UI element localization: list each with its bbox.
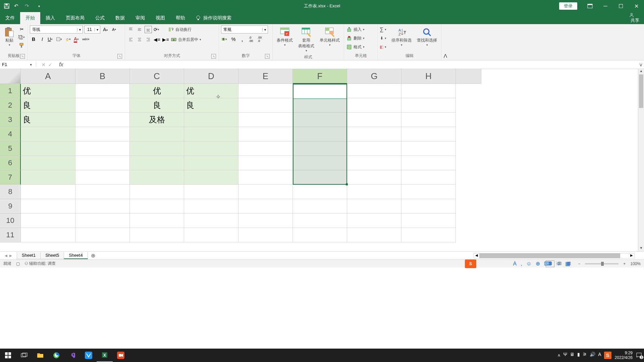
cell-F4[interactable] [293, 127, 347, 141]
ribbon-options-icon[interactable] [582, 0, 598, 12]
cell-F2[interactable] [293, 98, 347, 113]
table-format-button[interactable]: 套用 表格格式▾ [296, 25, 316, 54]
cell-D10[interactable] [184, 214, 238, 228]
cell-F10[interactable] [293, 214, 347, 228]
sheet-tab-Sheet4[interactable]: Sheet4 [64, 252, 88, 259]
tab-file[interactable]: 文件 [0, 12, 20, 24]
notifications-icon[interactable]: 3 [636, 352, 642, 358]
sheet-nav-next-icon[interactable]: ▶ [9, 254, 12, 257]
ime-emoji-icon[interactable]: ☺ [526, 261, 532, 267]
cell-G3[interactable] [347, 113, 401, 127]
tab-page-layout[interactable]: 页面布局 [60, 12, 90, 24]
horizontal-scrollbar[interactable]: ◀ ▶ [474, 253, 635, 258]
cell-A8[interactable] [21, 185, 75, 199]
sort-filter-button[interactable]: AZ 排序和筛选▾ [389, 25, 414, 48]
tab-review[interactable]: 审阅 [130, 12, 150, 24]
cell-G6[interactable] [347, 156, 401, 170]
cell-E7[interactable] [238, 170, 293, 185]
accept-formula-icon[interactable]: ✓ [48, 62, 52, 67]
cell-A11[interactable] [21, 228, 75, 242]
col-header-G[interactable]: G [347, 69, 401, 84]
start-button[interactable] [0, 349, 16, 362]
cell-E8[interactable] [238, 185, 293, 199]
cell-D2[interactable]: 良 [184, 98, 238, 113]
format-cells-button[interactable]: 格式▾ [346, 43, 366, 51]
sheet-tab-Sheet1[interactable]: Sheet1 [17, 252, 41, 259]
save-icon[interactable] [3, 3, 10, 9]
macro-icon[interactable]: ▢ [16, 261, 20, 266]
cell-H11[interactable] [401, 228, 456, 242]
edge-icon[interactable] [48, 349, 64, 362]
align-left-icon[interactable] [127, 36, 135, 43]
merge-center-button[interactable]: a 合并后居中▾ [171, 36, 203, 44]
cell-E1[interactable] [238, 84, 293, 98]
cell-E3[interactable] [238, 113, 293, 127]
find-select-button[interactable]: 查找和选择▾ [415, 25, 439, 48]
italic-icon[interactable]: I [39, 36, 46, 43]
cell-D9[interactable] [184, 199, 238, 214]
cell-A7[interactable] [21, 170, 75, 185]
fx-icon[interactable]: fx [58, 62, 64, 68]
cell-G4[interactable] [347, 127, 401, 141]
wrap-text-button[interactable]: 自动换行 [168, 25, 192, 34]
cell-D7[interactable] [184, 170, 238, 185]
app-blue-icon[interactable] [80, 349, 97, 362]
ime-mic-icon[interactable]: ⊕ [536, 260, 540, 267]
cell-style-button[interactable]: 单元格样式▾ [318, 25, 342, 48]
tray-wifi-icon[interactable]: ⚞ [583, 352, 587, 359]
cell-A3[interactable]: 良 [21, 113, 75, 127]
cell-A6[interactable] [21, 156, 75, 170]
cut-icon[interactable]: ✂ [18, 25, 25, 33]
decrease-indent-icon[interactable]: ◀≡ [153, 36, 161, 43]
accounting-format-icon[interactable]: $▾ [221, 36, 228, 43]
cell-E2[interactable] [238, 98, 293, 113]
increase-font-icon[interactable]: A▴ [102, 26, 109, 33]
percent-icon[interactable]: % [230, 36, 237, 43]
cell-H3[interactable] [401, 113, 456, 127]
cell-C8[interactable] [130, 185, 184, 199]
cell-F1[interactable] [293, 84, 347, 98]
cell-E10[interactable] [238, 214, 293, 228]
cell-B8[interactable] [75, 185, 130, 199]
orientation-icon[interactable]: ⟳▾ [153, 26, 161, 33]
add-sheet-button[interactable]: ⊕ [88, 252, 99, 259]
hscroll-right-icon[interactable]: ▶ [629, 253, 634, 258]
number-launcher-icon[interactable]: ⤡ [265, 54, 270, 59]
cell-C5[interactable] [130, 141, 184, 156]
row-header-2[interactable]: 2 [0, 98, 21, 113]
zoom-out-icon[interactable]: − [578, 261, 580, 266]
row-header-11[interactable]: 11 [0, 228, 21, 242]
tab-view[interactable]: 视图 [150, 12, 170, 24]
expand-formula-bar-icon[interactable]: ⋁ [637, 63, 644, 66]
accessibility-status[interactable]: ⚇ 辅助功能: 调查 [24, 261, 56, 266]
increase-decimal-icon[interactable]: .0.00 [247, 36, 255, 43]
cell-H6[interactable] [401, 156, 456, 170]
cell-D11[interactable] [184, 228, 238, 242]
cell-D3[interactable] [184, 113, 238, 127]
row-header-4[interactable]: 4 [0, 127, 21, 141]
tray-sogou-icon[interactable]: S [604, 352, 611, 359]
cell-E4[interactable] [238, 127, 293, 141]
cell-F11[interactable] [293, 228, 347, 242]
cell-B3[interactable] [75, 113, 130, 127]
align-top-icon[interactable] [127, 26, 135, 33]
cell-E9[interactable] [238, 199, 293, 214]
comma-icon[interactable]: , [238, 36, 246, 43]
cell-D1[interactable]: 优 [184, 84, 238, 98]
cell-A4[interactable] [21, 127, 75, 141]
cell-D8[interactable] [184, 185, 238, 199]
delete-cells-button[interactable]: 删除▾ [346, 34, 366, 42]
border-icon[interactable]: ▾ [56, 36, 63, 43]
zoom-slider[interactable] [585, 263, 619, 264]
cell-H2[interactable] [401, 98, 456, 113]
hscroll-left-icon[interactable]: ◀ [474, 253, 479, 258]
alignment-launcher-icon[interactable]: ⤡ [211, 54, 216, 59]
font-size-combo[interactable]: ▾ [84, 25, 100, 34]
format-painter-icon[interactable] [18, 42, 25, 49]
fill-button[interactable]: ⬇▾ [380, 34, 388, 42]
cell-E5[interactable] [238, 141, 293, 156]
row-header-6[interactable]: 6 [0, 156, 21, 170]
clipboard-launcher-icon[interactable]: ⤡ [20, 54, 25, 59]
cell-G9[interactable] [347, 199, 401, 214]
cell-B4[interactable] [75, 127, 130, 141]
